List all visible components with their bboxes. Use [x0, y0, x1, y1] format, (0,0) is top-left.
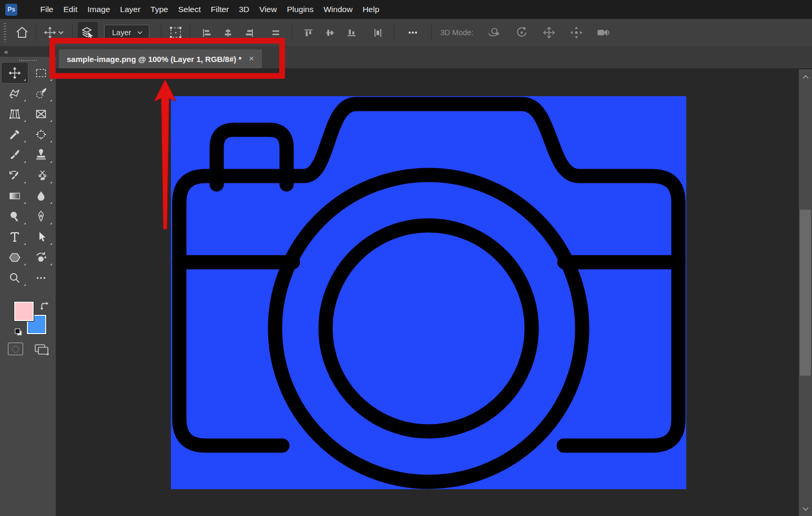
menu-select[interactable]: Select — [173, 1, 206, 18]
tool-frame[interactable] — [28, 104, 54, 124]
menu-plugins[interactable]: Plugins — [282, 1, 319, 18]
tool-history-brush[interactable] — [2, 165, 28, 185]
ellipsis-icon — [407, 26, 419, 39]
swap-colors-icon[interactable] — [39, 301, 49, 311]
menu-file[interactable]: File — [35, 1, 58, 18]
quick-mask-icon — [12, 346, 19, 353]
menu-filter[interactable]: Filter — [206, 1, 234, 18]
3d-orbit-icon — [487, 25, 502, 40]
frame-icon — [34, 107, 48, 121]
menu-3d[interactable]: 3D — [234, 1, 255, 18]
tool-healing-brush[interactable] — [28, 124, 54, 145]
panel-drag-handle[interactable] — [19, 60, 37, 61]
show-transform-controls-toggle[interactable] — [167, 24, 185, 42]
auto-select-mode-dropdown[interactable]: Layer — [104, 25, 149, 40]
align-horizontal-centers-button[interactable] — [222, 27, 234, 39]
tool-gradient[interactable] — [2, 185, 28, 206]
tool-zoom[interactable] — [2, 267, 28, 288]
tool-pen[interactable] — [28, 206, 54, 226]
menu-help[interactable]: Help — [358, 1, 384, 18]
canvas-workspace — [56, 69, 812, 516]
more-align-options-button[interactable] — [405, 25, 421, 40]
dodge-icon — [8, 210, 22, 223]
3d-camera-button[interactable] — [595, 24, 614, 42]
menu-window[interactable]: Window — [319, 1, 358, 18]
scrollbar-thumb[interactable] — [800, 210, 811, 376]
collapse-icon: « — [4, 48, 9, 56]
separator — [190, 24, 190, 41]
crop-icon — [8, 107, 22, 121]
tool-shape[interactable] — [2, 247, 28, 267]
align-top-edges-button[interactable] — [302, 27, 314, 39]
options-bar-grip[interactable] — [4, 23, 6, 42]
screen-mode-button[interactable] — [33, 343, 51, 357]
menu-type[interactable]: Type — [146, 1, 174, 18]
zoom-magnifier-icon — [8, 271, 22, 285]
panel-collapse-button[interactable]: « — [0, 46, 56, 57]
quick-mask-button[interactable] — [8, 343, 23, 355]
menu-image[interactable]: Image — [83, 1, 115, 18]
type-icon — [8, 230, 22, 244]
tool-eraser[interactable] — [28, 165, 54, 185]
tool-rectangular-marquee[interactable] — [28, 63, 54, 83]
scroll-up-arrow[interactable] — [799, 70, 812, 83]
separator — [72, 24, 73, 41]
3d-slide-button[interactable] — [567, 24, 585, 42]
home-icon — [15, 26, 29, 39]
clone-stamp-icon — [34, 148, 48, 162]
tool-brush[interactable] — [2, 145, 28, 165]
align-bottom-edges-button[interactable] — [346, 27, 358, 39]
options-bar: Layer — [0, 19, 812, 46]
color-swatches — [0, 298, 56, 362]
distribute-horizontal-icon — [373, 28, 382, 37]
auto-select-mode-value: Layer — [112, 28, 131, 37]
align-bottom-icon — [347, 28, 356, 37]
tool-blur[interactable] — [28, 185, 54, 206]
auto-select-toggle[interactable] — [78, 22, 98, 43]
chevron-down-icon — [803, 507, 809, 511]
align-vertical-centers-button[interactable] — [324, 27, 336, 39]
tool-rotate-view[interactable] — [28, 247, 54, 267]
hexagon-shape-icon — [8, 251, 22, 264]
tab-close-icon[interactable]: × — [249, 54, 254, 64]
distribute-horizontal-centers-button[interactable] — [372, 27, 384, 39]
vertical-scrollbar[interactable] — [799, 69, 812, 516]
align-horizontal-centers-icon — [224, 28, 232, 37]
menu-items: File Edit Image Layer Type Select Filter… — [35, 1, 384, 18]
canvas-image[interactable] — [171, 96, 686, 489]
tool-move[interactable] — [2, 63, 28, 83]
align-left-edges-button[interactable] — [200, 27, 212, 39]
3d-pan-button[interactable] — [540, 24, 558, 42]
photoshop-logo-icon: Ps — [5, 4, 17, 16]
photoshop-window: Ps File Edit Image Layer Type Select Fil… — [0, 0, 812, 516]
3d-orbit-button[interactable] — [485, 24, 503, 42]
pen-icon — [34, 210, 48, 223]
align-right-edges-button[interactable] — [243, 27, 256, 39]
tool-edit-toolbar[interactable] — [28, 267, 54, 288]
tool-grid — [0, 63, 56, 288]
tool-eyedropper[interactable] — [2, 124, 28, 145]
tool-crop[interactable] — [2, 104, 28, 124]
default-colors-icon[interactable] — [14, 328, 23, 336]
menu-edit[interactable]: Edit — [58, 1, 83, 18]
chevron-down-icon — [57, 28, 65, 37]
document-tab[interactable]: sample-image.png @ 100% (Layer 1, RGB/8#… — [59, 49, 262, 68]
tool-dodge[interactable] — [2, 206, 28, 226]
home-button[interactable] — [14, 24, 31, 41]
distribute-vertical-centers-button[interactable] — [270, 27, 282, 39]
scroll-down-arrow[interactable] — [799, 502, 812, 515]
menu-view[interactable]: View — [255, 1, 282, 18]
foreground-color-swatch[interactable] — [14, 302, 34, 321]
3d-pan-icon — [542, 25, 556, 40]
menu-layer[interactable]: Layer — [115, 1, 146, 18]
move-tool-icon — [8, 66, 22, 80]
tool-path-selection[interactable] — [28, 226, 54, 247]
tool-type[interactable] — [2, 226, 28, 247]
separator — [161, 24, 161, 41]
tool-clone-stamp[interactable] — [28, 145, 54, 165]
current-tool-button[interactable] — [42, 24, 67, 41]
distribute-vertical-icon — [271, 28, 280, 37]
3d-roll-button[interactable] — [513, 24, 531, 42]
tool-quick-selection[interactable] — [28, 83, 54, 104]
tool-lasso[interactable] — [2, 83, 28, 104]
